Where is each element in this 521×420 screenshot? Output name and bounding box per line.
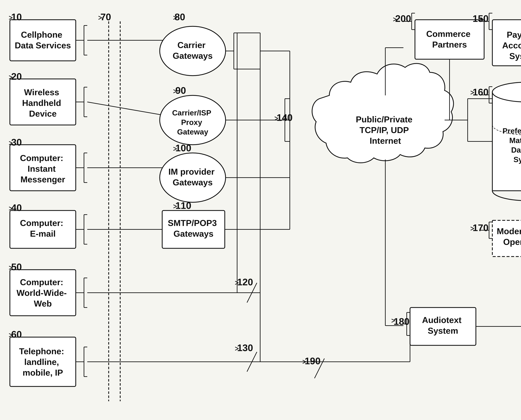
mod-label-1: Moderators / — [497, 226, 521, 236]
internet-label-2: TCP/IP, UDP — [359, 125, 409, 135]
ref-50: 50 — [11, 262, 22, 272]
ref-90: 90 — [175, 85, 186, 96]
ref-170: 170 — [473, 222, 489, 233]
smtp-label-2: Gateways — [174, 229, 214, 239]
www-label-3: Web — [34, 299, 52, 308]
pref-label-2: Matching — [509, 136, 521, 145]
carrier-isp-label-2: Proxy — [181, 118, 202, 127]
ref-200: 200 — [395, 13, 411, 24]
internet-label-3: Internet — [370, 136, 401, 146]
tel-label-2: landline, — [24, 357, 59, 367]
im-label-3: Messenger — [20, 175, 65, 184]
ref-40: 40 — [11, 202, 22, 213]
ref-110: 110 — [175, 200, 191, 211]
pref-label-4: System — [513, 155, 521, 164]
ref-160: 160 — [473, 87, 489, 97]
svg-line-39 — [87, 102, 163, 115]
wireless-label-3: Device — [29, 109, 57, 118]
audio-label-1: Audiotext — [422, 315, 462, 325]
ref-190: 190 — [305, 356, 321, 366]
www-label-1: Computer: — [20, 278, 63, 287]
email-label-2: E-mail — [30, 229, 56, 239]
cellphone-label-2: Data Services — [15, 41, 71, 50]
pref-label-3: Databas — [511, 146, 521, 154]
ref-70: 70 — [101, 12, 111, 22]
smtp-label-1: SMTP/POP3 — [168, 218, 217, 228]
email-label-1: Computer: — [20, 218, 63, 228]
svg-rect-0 — [10, 20, 76, 61]
diagram-container: Cellphone Data Services 10 Wireless Hand… — [0, 0, 521, 420]
commerce-label-2: Partners — [432, 40, 467, 49]
carrier-isp-label-3: Gateway — [177, 128, 208, 136]
wireless-label-2: Handheld — [22, 98, 61, 108]
carrier-isp-label-1: Carrier/ISP — [172, 109, 211, 117]
commerce-label-1: Commerce — [426, 29, 470, 39]
www-label-2: World-Wide- — [16, 288, 67, 298]
im-gw-label-2: Gateways — [173, 178, 213, 187]
im-label-1: Computer: — [20, 153, 63, 163]
carrier-gw-label-1: Carrier — [177, 40, 205, 50]
payment-label-2: Accounting — [502, 41, 521, 50]
tel-label-1: Telephone: — [19, 346, 64, 356]
wireless-label-1: Wireless — [24, 88, 59, 97]
ref-180: 180 — [394, 316, 410, 327]
carrier-gw-label-2: Gateways — [173, 51, 213, 60]
payment-label-1: Paym nt / — [507, 30, 521, 39]
mod-label-2: Operators — [503, 237, 521, 247]
svg-rect-96 — [415, 20, 484, 59]
cellphone-label-1: Cellphone — [21, 30, 62, 39]
svg-text:Telephone:
      landline,
   : Telephone: landline, mobile, IP — [19, 346, 67, 377]
internet-label-1: Public/Private — [356, 115, 412, 124]
ref-10: 10 — [11, 12, 22, 22]
ref-120: 120 — [237, 277, 253, 287]
ref-20: 20 — [11, 71, 22, 82]
ref-130: 130 — [237, 342, 253, 353]
audio-label-2: System — [428, 326, 458, 336]
payment-label-3: Systems — [509, 51, 521, 61]
pref-label-1: Preference & — [503, 127, 521, 135]
tel-label-3: mobile, IP — [23, 368, 63, 377]
im-gw-label-1: IM provider — [168, 167, 215, 176]
ref-80: 80 — [175, 12, 185, 22]
im-label-2: Instant — [28, 164, 56, 173]
ref-30: 30 — [11, 137, 22, 148]
ref-100: 100 — [175, 142, 191, 153]
ref-60: 60 — [11, 329, 22, 340]
